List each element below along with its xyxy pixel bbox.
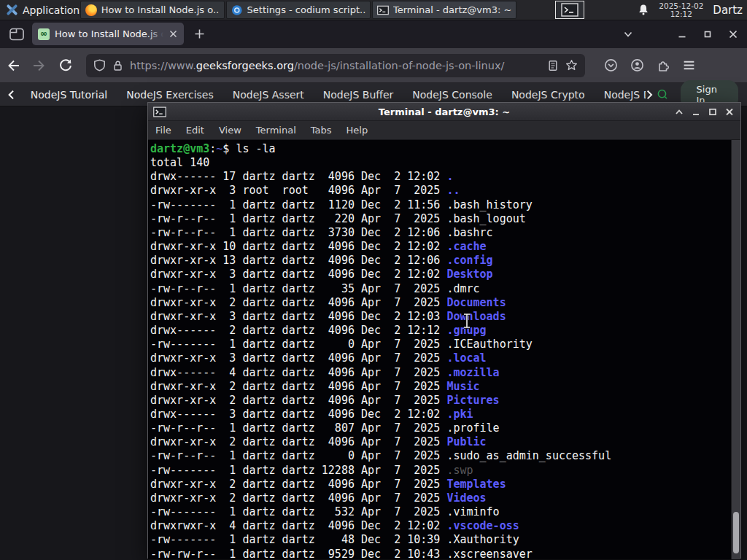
terminal-launcher[interactable] — [555, 1, 584, 19]
search-icon[interactable] — [657, 87, 669, 102]
terminal-maximize-icon[interactable] — [708, 107, 718, 117]
ls-entry-line: drwxr-xr-x 3 dartz dartz 4096 Apr 7 2025… — [150, 351, 730, 365]
gfg-favicon: ∞ — [38, 28, 50, 40]
window-minimize-icon[interactable] — [677, 29, 687, 39]
ls-entry-line: drwxr-xr-x 2 dartz dartz 4096 Apr 7 2025… — [150, 394, 730, 408]
terminal-close-icon[interactable] — [724, 107, 735, 117]
nav-item[interactable]: NodeJS Assert — [223, 89, 314, 101]
text-cursor-pointer — [461, 312, 473, 330]
reload-icon[interactable] — [58, 58, 74, 74]
terminal-menubar: FileEditViewTerminalTabsHelp — [148, 121, 740, 140]
nav-item[interactable]: NodeJS Console — [403, 89, 502, 101]
account-icon[interactable] — [630, 58, 644, 72]
terminal-menu-terminal[interactable]: Terminal — [249, 125, 303, 136]
terminal-menu-view[interactable]: View — [212, 125, 249, 136]
ls-entry-line: drwx------ 3 dartz dartz 4096 Dec 2 12:0… — [150, 408, 730, 421]
ls-entry-line: -rw-r--r-- 1 dartz dartz 220 Apr 7 2025 … — [150, 212, 730, 226]
window-tasklist: How to Install Node.js o...Settings - co… — [80, 1, 516, 19]
taskbar-window-label: Terminal - dartz@vm3: ~ — [393, 4, 511, 15]
url-domain: geeksforgeeks.org — [196, 60, 294, 71]
ls-entry-line: drwxr-xr-x 2 dartz dartz 4096 Apr 7 2025… — [150, 491, 730, 505]
taskbar-window-button[interactable]: Terminal - dartz@vm3: ~ — [372, 1, 516, 19]
ls-entry-line: drwxr-xr-x 13 dartz dartz 4096 Dec 2 12:… — [150, 254, 730, 268]
pocket-icon[interactable] — [604, 58, 618, 72]
url-path: /node-js/installation-of-node-js-on-linu… — [294, 60, 504, 71]
tab-title: How to Install Node.js on — [55, 28, 163, 39]
nav-item[interactable]: NodeJS Exercises — [117, 89, 223, 101]
ls-entry-line: -rw------- 1 dartz dartz 0 Apr 7 2025 .I… — [150, 338, 730, 351]
panel-status-area: 2025-12-02 12:12 Dartz — [638, 0, 744, 20]
ls-entry-line: -rw------- 1 dartz dartz 12288 Apr 7 202… — [150, 464, 730, 478]
lock-icon[interactable] — [112, 60, 123, 71]
prompt-line: dartz@vm3:~$ ls -la — [150, 142, 730, 156]
nav-scroll-left-icon[interactable] — [7, 89, 15, 101]
total-line: total 140 — [150, 156, 730, 170]
url-bar[interactable]: https://www.geeksforgeeks.org/node-js/in… — [86, 54, 585, 77]
nav-item[interactable]: NodeJS DNS — [595, 89, 646, 101]
applications-label: Applications — [23, 4, 85, 16]
top-panel: Applications ⋮⋮ How to Install Node.js o… — [0, 0, 747, 20]
ls-entry-line: drwxr-xr-x 3 root root 4096 Apr 7 2025 .… — [150, 184, 730, 198]
firefox-icon — [85, 4, 97, 16]
terminal-output: dartz@vm3:~$ ls -latotal 140drwx------ 1… — [150, 142, 730, 559]
nav-item[interactable]: NodeJS Buffer — [314, 89, 403, 101]
taskbar-window-label: How to Install Node.js o... — [101, 4, 220, 15]
ls-entry-line: -rw------- 1 dartz dartz 1120 Dec 2 11:5… — [150, 198, 730, 212]
window-maximize-icon[interactable] — [703, 29, 713, 39]
terminal-scrollbar[interactable] — [731, 140, 740, 559]
notifications-bell-icon[interactable] — [638, 4, 649, 16]
ls-entry-line: drwxrwxr-x 4 dartz dartz 4096 Dec 2 12:0… — [150, 519, 730, 533]
terminal-window-icon — [153, 106, 166, 117]
terminal-menu-tabs[interactable]: Tabs — [303, 125, 339, 136]
terminal-title: Terminal - dartz@vm3: ~ — [148, 106, 740, 117]
tab-close-icon[interactable] — [169, 29, 178, 39]
ls-entry-line: drwxr-xr-x 10 dartz dartz 4096 Dec 2 12:… — [150, 240, 730, 254]
new-tab-button[interactable] — [194, 28, 205, 39]
terminal-icon — [377, 5, 389, 15]
extensions-puzzle-icon[interactable] — [657, 59, 670, 72]
firefox-view-icon[interactable] — [9, 27, 25, 42]
terminal-window: Terminal - dartz@vm3: ~ FileEditViewTerm… — [147, 102, 741, 559]
panel-user-label[interactable]: Dartz — [713, 4, 744, 17]
url-text: https://www.geeksforgeeks.org/node-js/in… — [130, 60, 541, 71]
window-close-icon[interactable] — [728, 29, 738, 39]
ls-entry-line: -rw-r--r-- 1 dartz dartz 35 Apr 7 2025 .… — [150, 282, 730, 296]
ls-entry-line: -rw-rw-r-- 1 dartz dartz 9529 Dec 2 10:4… — [150, 548, 730, 559]
terminal-menu-help[interactable]: Help — [339, 125, 376, 136]
ls-entry-line: drwx------ 2 dartz dartz 4096 Dec 2 12:1… — [150, 324, 730, 338]
navigation-toolbar: https://www.geeksforgeeks.org/node-js/in… — [0, 48, 747, 83]
menu-hamburger-icon[interactable] — [682, 58, 696, 72]
ls-entry-line: drwxr-xr-x 2 dartz dartz 4096 Apr 7 2025… — [150, 435, 730, 449]
terminal-body[interactable]: dartz@vm3:~$ ls -latotal 140drwx------ 1… — [148, 140, 740, 559]
codium-settings-icon — [231, 4, 243, 16]
clock-date: 2025-12-02 — [659, 2, 703, 10]
terminal-scrollbar-thumb[interactable] — [733, 512, 739, 553]
taskbar-window-button[interactable]: Settings - codium script... — [226, 1, 371, 19]
clock-time: 12:12 — [659, 10, 703, 18]
ls-entry-line: -rw-r--r-- 1 dartz dartz 807 Apr 7 2025 … — [150, 421, 730, 435]
tracking-shield-icon[interactable] — [93, 59, 106, 71]
ls-entry-line: drwxr-xr-x 2 dartz dartz 4096 Apr 7 2025… — [150, 478, 730, 491]
ls-entry-line: drwxr-xr-x 2 dartz dartz 4096 Apr 7 2025… — [150, 296, 730, 310]
nav-item[interactable]: NodeJS Tutorial — [21, 89, 117, 101]
nav-scroll-right-icon[interactable] — [646, 89, 654, 101]
reader-view-icon[interactable] — [547, 60, 559, 71]
forward-icon[interactable] — [31, 58, 47, 74]
browser-tab[interactable]: ∞ How to Install Node.js on — [32, 23, 184, 45]
ls-entry-line: drwxr-xr-x 3 dartz dartz 4096 Dec 2 12:0… — [150, 268, 730, 281]
terminal-icon — [561, 3, 578, 17]
nav-item[interactable]: NodeJS Crypto — [502, 89, 595, 101]
terminal-shade-icon[interactable] — [674, 107, 684, 117]
terminal-minimize-icon[interactable] — [691, 107, 701, 117]
back-icon[interactable] — [5, 58, 21, 74]
terminal-menu-edit[interactable]: Edit — [179, 125, 212, 136]
taskbar-window-button[interactable]: How to Install Node.js o... — [80, 1, 225, 19]
taskbar-window-label: Settings - codium script... — [247, 4, 365, 15]
bookmark-star-icon[interactable] — [565, 59, 578, 71]
terminal-menu-file[interactable]: File — [148, 125, 179, 136]
list-all-tabs-icon[interactable] — [622, 28, 635, 41]
ls-entry-line: -rw------- 1 dartz dartz 48 Dec 2 10:39 … — [150, 533, 730, 547]
panel-clock[interactable]: 2025-12-02 12:12 — [659, 2, 703, 18]
terminal-titlebar[interactable]: Terminal - dartz@vm3: ~ — [148, 103, 740, 121]
ls-entry-line: drwx------ 4 dartz dartz 4096 Apr 7 2025… — [150, 366, 730, 380]
